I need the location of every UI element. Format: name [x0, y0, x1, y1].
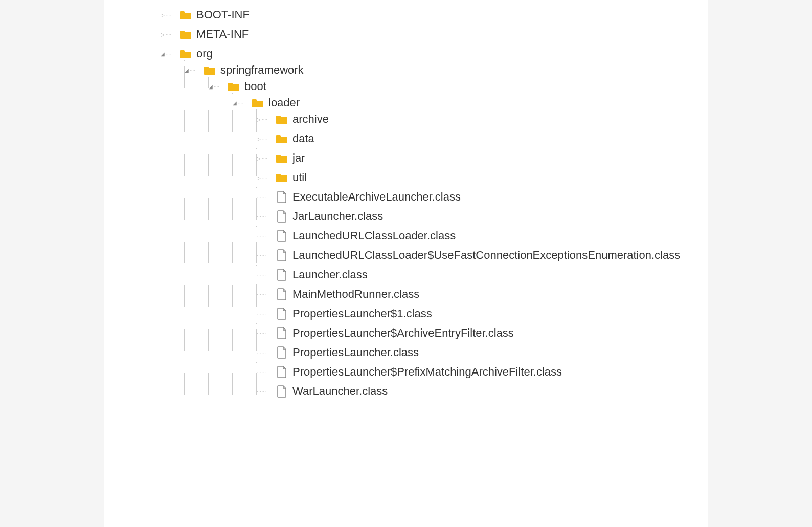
- file-label: LaunchedURLClassLoader$UseFastConnection…: [292, 249, 680, 262]
- tree-file-node: ······JarLauncher.class: [256, 207, 687, 226]
- tree-file-node: ······LaunchedURLClassLoader.class: [256, 226, 687, 246]
- folder-label: util: [292, 171, 307, 184]
- expand-toggle-closed-icon[interactable]: ····: [257, 156, 271, 161]
- tree-file-node: ······WarLauncher.class: [256, 382, 687, 401]
- file-label: PropertiesLauncher.class: [292, 346, 419, 359]
- file-label: ExecutableArchiveLauncher.class: [292, 190, 461, 204]
- tree-folder-node: ····loader····archive····data····jar····…: [232, 93, 687, 404]
- tree-folder-row[interactable]: ····springframework: [185, 63, 687, 77]
- expand-toggle-closed-icon[interactable]: ····: [257, 136, 271, 142]
- tree-connector-dots: ····: [262, 175, 267, 181]
- file-icon: [275, 327, 288, 339]
- tree-file-row[interactable]: ······PropertiesLauncher$ArchiveEntryFil…: [257, 326, 687, 340]
- tree-file-row[interactable]: ······JarLauncher.class: [257, 210, 687, 223]
- expand-toggle-closed-icon[interactable]: ····: [161, 12, 175, 18]
- expand-toggle-closed-icon[interactable]: ····: [161, 32, 175, 37]
- expand-toggle-open-icon[interactable]: ····: [233, 100, 247, 106]
- file-label: WarLauncher.class: [292, 385, 388, 398]
- file-icon: [275, 250, 288, 261]
- tree-file-node: ······ExecutableArchiveLauncher.class: [256, 187, 687, 207]
- file-label: PropertiesLauncher$PrefixMatchingArchive…: [292, 365, 562, 379]
- file-label: JarLauncher.class: [292, 210, 383, 223]
- tree-folder-row[interactable]: ····META-INF: [161, 28, 687, 41]
- tree-connector-dots: ······: [257, 291, 271, 297]
- folder-label: META-INF: [196, 28, 249, 41]
- tree-connector-dots: ······: [257, 252, 271, 258]
- tree-folder-node: ····util: [256, 168, 687, 187]
- tree-connector-dots: ····: [214, 84, 219, 90]
- tree-file-node: ······LaunchedURLClassLoader$UseFastConn…: [256, 246, 687, 265]
- folder-icon: [203, 64, 216, 76]
- tree-connector-dots: ······: [257, 194, 271, 200]
- tree-file-node: ······PropertiesLauncher.class: [256, 343, 687, 362]
- expand-toggle-open-icon[interactable]: ····: [185, 68, 199, 73]
- tree-folder-node: ····META-INF: [161, 25, 687, 44]
- tree-folder-node: ····boot····loader····archive····data···…: [208, 77, 687, 407]
- tree-file-node: ······PropertiesLauncher$ArchiveEntryFil…: [256, 323, 687, 343]
- tree-file-node: ······PropertiesLauncher$PrefixMatchingA…: [256, 362, 687, 382]
- expand-toggle-closed-icon[interactable]: ····: [257, 175, 271, 181]
- tree-children-list: ····springframework····boot····loader···…: [161, 60, 687, 410]
- tree-connector-dots: ······: [257, 349, 271, 356]
- tree-folder-node: ····org····springframework····boot····lo…: [161, 44, 687, 413]
- folder-label: org: [196, 47, 213, 60]
- folder-label: archive: [292, 113, 329, 126]
- tree-folder-node: ····data: [256, 129, 687, 148]
- tree-connector-dots: ······: [257, 272, 271, 278]
- folder-icon: [179, 48, 192, 59]
- file-label: LaunchedURLClassLoader.class: [292, 229, 456, 243]
- tree-connector-dots: ····: [166, 12, 171, 18]
- expand-toggle-closed-icon[interactable]: ····: [257, 117, 271, 122]
- tree-file-node: ······PropertiesLauncher$1.class: [256, 304, 687, 323]
- folder-label: boot: [244, 80, 266, 93]
- tree-folder-row[interactable]: ····jar: [257, 151, 687, 165]
- folder-label: springframework: [220, 63, 304, 77]
- tree-folder-row[interactable]: ····org: [161, 47, 687, 60]
- file-label: MainMethodRunner.class: [292, 288, 419, 301]
- tree-connector-dots: ······: [257, 311, 271, 317]
- tree-children-list: ····archive····data····jar····util······…: [233, 109, 687, 401]
- expand-toggle-open-icon[interactable]: ····: [209, 84, 223, 90]
- file-icon: [275, 386, 288, 397]
- file-icon: [275, 191, 288, 203]
- file-icon: [275, 289, 288, 300]
- tree-file-row[interactable]: ······Launcher.class: [257, 268, 687, 281]
- tree-connector-dots: ······: [257, 233, 271, 239]
- tree-connector-dots: ······: [257, 369, 271, 375]
- folder-label: data: [292, 132, 314, 145]
- tree-file-row[interactable]: ······PropertiesLauncher$PrefixMatchingA…: [257, 365, 687, 379]
- folder-label: jar: [292, 151, 305, 165]
- tree-file-row[interactable]: ······ExecutableArchiveLauncher.class: [257, 190, 687, 204]
- tree-connector-dots: ····: [238, 100, 243, 106]
- tree-folder-row[interactable]: ····archive: [257, 113, 687, 126]
- tree-folder-node: ····BOOT-INF: [161, 5, 687, 25]
- tree-children-list: ····loader····archive····data····jar····…: [209, 93, 687, 404]
- tree-view-panel: ····BOOT-INF····META-INF····org····sprin…: [104, 0, 708, 527]
- folder-icon: [227, 81, 240, 92]
- tree-folder-row[interactable]: ····BOOT-INF: [161, 8, 687, 21]
- tree-folder-row[interactable]: ····loader: [233, 96, 687, 109]
- tree-folder-row[interactable]: ····util: [257, 171, 687, 184]
- tree-connector-dots: ····: [262, 156, 267, 161]
- tree-file-row[interactable]: ······WarLauncher.class: [257, 385, 687, 398]
- tree-connector-dots: ······: [257, 330, 271, 336]
- expand-toggle-open-icon[interactable]: ····: [161, 51, 175, 57]
- tree-file-node: ······MainMethodRunner.class: [256, 284, 687, 304]
- tree-folder-row[interactable]: ····data: [257, 132, 687, 145]
- folder-icon: [275, 172, 288, 183]
- folder-label: BOOT-INF: [196, 8, 250, 21]
- tree-file-row[interactable]: ······LaunchedURLClassLoader$UseFastConn…: [257, 249, 687, 262]
- tree-folder-row[interactable]: ····boot: [209, 80, 687, 93]
- file-label: PropertiesLauncher$1.class: [292, 307, 432, 320]
- tree-folder-node: ····archive: [256, 109, 687, 129]
- file-tree: ····BOOT-INF····META-INF····org····sprin…: [161, 5, 687, 413]
- tree-connector-dots: ····: [262, 117, 267, 122]
- tree-file-row[interactable]: ······MainMethodRunner.class: [257, 288, 687, 301]
- tree-folder-node: ····springframework····boot····loader···…: [184, 60, 687, 410]
- tree-root-list: ····BOOT-INF····META-INF····org····sprin…: [161, 5, 687, 413]
- tree-file-row[interactable]: ······LaunchedURLClassLoader.class: [257, 229, 687, 243]
- tree-file-row[interactable]: ······PropertiesLauncher$1.class: [257, 307, 687, 320]
- tree-file-row[interactable]: ······PropertiesLauncher.class: [257, 346, 687, 359]
- file-icon: [275, 269, 288, 280]
- folder-icon: [275, 114, 288, 125]
